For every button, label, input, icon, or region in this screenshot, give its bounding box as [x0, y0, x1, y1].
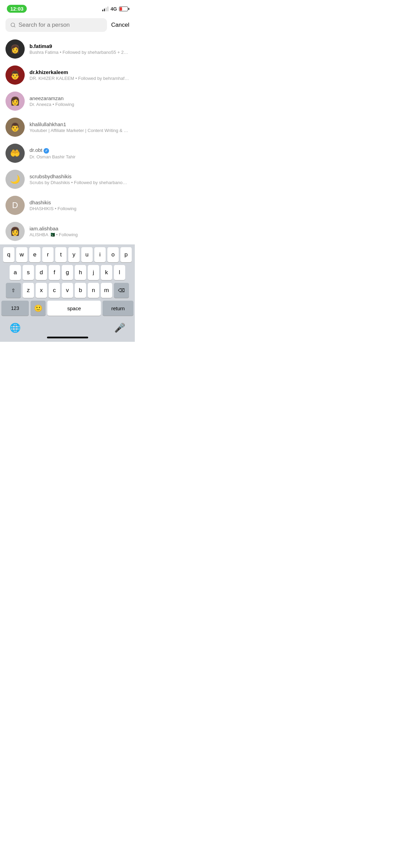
- person-username: dhashikis: [30, 200, 129, 205]
- verified-badge-icon: [44, 148, 49, 154]
- key-y[interactable]: y: [68, 247, 80, 262]
- person-username: aneezaramzan: [30, 95, 129, 101]
- person-sub: Dr. Aneeza • Following: [30, 102, 129, 107]
- numbers-key[interactable]: 123: [1, 301, 29, 316]
- list-item[interactable]: 👩iam.alishbaaALISHBA 🇵🇰 • Following: [0, 218, 135, 244]
- key-w[interactable]: w: [16, 247, 27, 262]
- key-g[interactable]: g: [62, 265, 73, 280]
- keyboard: qwertyuiop asdfghjkl ⇧zxcvbnm⌫ 123🙂space…: [0, 244, 135, 320]
- person-info: khalilullahkhan1Youtuber | Affiliate Mar…: [30, 121, 129, 133]
- shift-key[interactable]: ⇧: [6, 283, 21, 298]
- person-sub: Youtuber | Affiliate Marketer | Content …: [30, 128, 129, 133]
- person-info: iam.alishbaaALISHBA 🇵🇰 • Following: [30, 226, 129, 237]
- people-list: 👩b.fatima9Bushra Fatima • Followed by sh…: [0, 36, 135, 244]
- key-f[interactable]: f: [49, 265, 60, 280]
- avatar: 👩: [5, 222, 25, 241]
- space-key[interactable]: space: [47, 301, 101, 316]
- person-sub: Scrubs by Dhashikis • Followed by shehar…: [30, 180, 129, 185]
- person-info: dhashikisDHASHIKIS • Following: [30, 200, 129, 211]
- key-l[interactable]: l: [114, 265, 125, 280]
- backspace-key[interactable]: ⌫: [114, 283, 129, 298]
- key-s[interactable]: s: [23, 265, 34, 280]
- person-username: iam.alishbaa: [30, 226, 129, 231]
- keyboard-row-1: qwertyuiop: [1, 247, 133, 262]
- signal-bar-3: [106, 8, 107, 11]
- person-info: b.fatima9Bushra Fatima • Followed by she…: [30, 43, 129, 55]
- key-h[interactable]: h: [75, 265, 86, 280]
- search-container: Cancel: [0, 15, 135, 36]
- home-bar: [47, 337, 88, 338]
- battery-body: 17: [119, 7, 128, 11]
- status-time: 12:03: [7, 5, 27, 13]
- person-username: dr.khizerkaleem: [30, 69, 129, 75]
- list-item[interactable]: 🌙scrubsbydhashikisScrubs by Dhashikis • …: [0, 166, 135, 192]
- person-sub: DHASHIKIS • Following: [30, 206, 129, 211]
- key-p[interactable]: p: [120, 247, 132, 262]
- key-o[interactable]: o: [107, 247, 119, 262]
- key-n[interactable]: n: [88, 283, 99, 298]
- home-indicator: [0, 335, 135, 342]
- keyboard-row-3: ⇧zxcvbnm⌫: [1, 283, 133, 298]
- signal-bar-1: [102, 10, 103, 11]
- status-right: 4G 17: [102, 6, 128, 12]
- list-item[interactable]: 👨khalilullahkhan1Youtuber | Affiliate Ma…: [0, 114, 135, 140]
- person-info: dr.obtDr. Osman Bashir Tahir: [30, 147, 129, 159]
- list-item[interactable]: 👩b.fatima9Bushra Fatima • Followed by sh…: [0, 36, 135, 62]
- globe-icon[interactable]: 🌐: [10, 323, 21, 333]
- key-m[interactable]: m: [101, 283, 112, 298]
- signal-bars-icon: [102, 7, 108, 11]
- signal-bar-4: [107, 7, 108, 11]
- bottom-bar: 🌐 🎤: [0, 320, 135, 335]
- person-username: dr.obt: [30, 147, 129, 153]
- status-bar: 12:03 4G 17: [0, 0, 135, 15]
- avatar: 🤲: [5, 144, 25, 163]
- list-item[interactable]: DdhashikisDHASHIKIS • Following: [0, 192, 135, 218]
- cancel-button[interactable]: Cancel: [111, 22, 129, 28]
- person-info: aneezaramzanDr. Aneeza • Following: [30, 95, 129, 107]
- person-sub: Dr. Osman Bashir Tahir: [30, 154, 129, 159]
- person-info: dr.khizerkaleemDR. KHIZER KALEEM • Follo…: [30, 69, 129, 81]
- signal-bar-2: [104, 9, 105, 11]
- key-j[interactable]: j: [88, 265, 99, 280]
- key-k[interactable]: k: [101, 265, 112, 280]
- key-a[interactable]: a: [10, 265, 21, 280]
- key-i[interactable]: i: [94, 247, 106, 262]
- key-x[interactable]: x: [36, 283, 47, 298]
- person-sub: ALISHBA 🇵🇰 • Following: [30, 232, 129, 237]
- battery-number: 17: [121, 7, 126, 11]
- key-c[interactable]: c: [49, 283, 60, 298]
- svg-line-1: [14, 26, 15, 27]
- return-key[interactable]: return: [103, 301, 133, 316]
- avatar: 👩: [5, 92, 25, 111]
- person-info: scrubsbydhashikisScrubs by Dhashikis • F…: [30, 173, 129, 185]
- avatar: 👨: [5, 118, 25, 137]
- key-q[interactable]: q: [3, 247, 14, 262]
- person-username: b.fatima9: [30, 43, 129, 49]
- person-sub: Bushra Fatima • Followed by sheharbano55…: [30, 50, 129, 55]
- search-box[interactable]: [5, 18, 107, 32]
- list-item[interactable]: 🤲dr.obtDr. Osman Bashir Tahir: [0, 140, 135, 166]
- key-r[interactable]: r: [42, 247, 54, 262]
- person-sub: DR. KHIZER KALEEM • Followed by behramha…: [30, 76, 129, 81]
- key-d[interactable]: d: [36, 265, 47, 280]
- emoji-key[interactable]: 🙂: [31, 301, 46, 316]
- key-t[interactable]: t: [55, 247, 67, 262]
- list-item[interactable]: 👨dr.khizerkaleemDR. KHIZER KALEEM • Foll…: [0, 62, 135, 88]
- key-u[interactable]: u: [81, 247, 93, 262]
- person-username: khalilullahkhan1: [30, 121, 129, 127]
- microphone-icon[interactable]: 🎤: [114, 323, 125, 333]
- key-v[interactable]: v: [62, 283, 73, 298]
- key-e[interactable]: e: [29, 247, 40, 262]
- keyboard-row-4: 123🙂spacereturn: [1, 301, 133, 316]
- battery-icon: 17: [119, 7, 128, 11]
- avatar: D: [5, 196, 25, 215]
- key-b[interactable]: b: [75, 283, 86, 298]
- list-item[interactable]: 👩aneezaramzanDr. Aneeza • Following: [0, 88, 135, 114]
- search-icon: [10, 22, 16, 28]
- network-type: 4G: [110, 6, 117, 12]
- key-z[interactable]: z: [23, 283, 34, 298]
- avatar: 👨: [5, 65, 25, 85]
- keyboard-row-2: asdfghjkl: [1, 265, 133, 280]
- avatar: 🌙: [5, 170, 25, 189]
- search-input[interactable]: [19, 22, 102, 28]
